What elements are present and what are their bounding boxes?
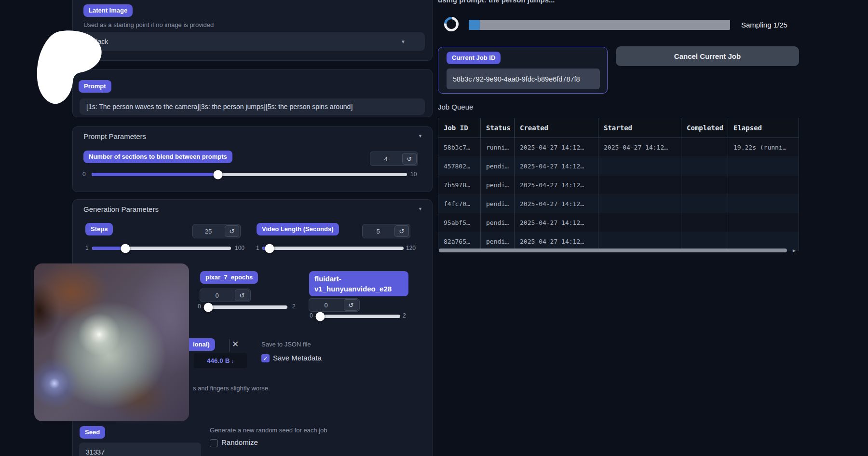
lora-fluidart-slider-min: 0 [310,312,313,319]
seed-input[interactable]: 31337 [79,442,201,456]
lora-pixar-slider-track[interactable] [205,305,287,309]
lora-fluidart-slider-handle[interactable] [315,312,325,321]
table-cell: 2025-04-27 14:12… [598,138,681,157]
seed-input-value: 31337 [86,448,105,456]
seed-label: Seed [80,426,105,439]
clear-file-icon[interactable]: ✕ [232,339,239,349]
progress-label: Sampling 1/25 [741,21,787,29]
cursor-blob-shape [36,30,103,107]
lora-fluidart-slider-max: 2 [403,312,406,319]
table-cell: 82a765… [438,232,481,251]
metadata-file-download[interactable]: 446.0 B ↓ [194,353,247,368]
cancel-current-job-button[interactable]: Cancel Current Job [616,46,799,66]
latent-image-block: Latent Image Used as a starting point if… [72,0,433,61]
table-header-cell[interactable]: Started [598,118,681,138]
video-length-slider-max: 120 [406,245,416,251]
save-metadata-checkbox[interactable]: ✓ [261,354,270,362]
table-cell: 95abf5… [438,213,481,232]
table-cell [681,232,728,251]
scroll-right-icon[interactable]: ▶ [793,249,796,253]
table-row[interactable]: 82a765…pendi… 2025-04-27 14:12… [438,232,799,251]
table-cell: 58b3c7… [438,138,481,157]
current-job-label: Current Job ID [447,52,501,64]
lora-pixar-label: pixar_7_epochs [200,271,258,284]
table-cell [681,157,728,176]
table-cell [728,213,799,232]
randomize-hint: Generate a new random seed for each job [210,427,327,434]
star-speckles [34,263,35,264]
video-length-reset-button[interactable]: ↺ [394,225,409,237]
randomize-label: Randomize [221,438,258,446]
table-cell: 2025-04-27 14:12… [515,176,598,194]
blend-value[interactable]: 4 [370,155,401,163]
blend-slider-fill [92,173,218,176]
table-cell [681,138,728,157]
prompt-block: Prompt [1s: The person waves to the came… [72,69,433,117]
steps-label: Steps [85,223,113,235]
lora-fluidart-slider-track[interactable] [317,315,400,318]
lora-fluidart-stepper: 0 ↺ [309,298,360,312]
latent-image-select[interactable]: Black ▼ [80,32,425,51]
prompt-parameters-block: Prompt Parameters ▼ Number of sections t… [72,126,433,192]
table-cell: 2025-04-27 14:12… [515,194,598,213]
lora-pixar-slider-min: 0 [198,303,201,310]
current-job-id[interactable]: 58b3c792-9e90-4aa0-9fdc-b89e6fd787f8 [447,69,600,89]
video-length-label: Video Length (Seconds) [257,223,339,235]
table-header-cell[interactable]: Completed [681,118,728,138]
table-scrollbar: ▶ [439,249,796,253]
progress-bar [469,20,730,30]
prompt-input[interactable]: [1s: The person waves to the camera][3s:… [80,98,425,115]
job-queue-table: Job IDStatusCreatedStartedCompletedElaps… [438,118,799,251]
lora-fluidart-value[interactable]: 0 [309,302,343,309]
steps-reset-button[interactable]: ↺ [225,225,239,237]
accordion-arrow-icon[interactable]: ▼ [418,134,422,138]
chevron-down-icon[interactable]: ▼ [401,39,406,44]
lora-fluidart-reset-button[interactable]: ↺ [344,299,358,311]
table-row[interactable]: 457802…pendi… 2025-04-27 14:12… [438,157,799,176]
lora-pixar-stepper: 0 ↺ [200,289,251,302]
blend-reset-button[interactable]: ↺ [402,153,417,165]
video-length-value[interactable]: 5 [363,228,393,235]
input-image-preview[interactable] [34,263,189,421]
table-scrollbar-thumb[interactable] [439,249,787,252]
table-cell [728,176,799,194]
table-cell: pendi… [481,232,515,251]
table-cell [681,176,728,194]
blend-slider-track[interactable] [92,173,407,176]
table-cell [681,194,728,213]
generation-parameters-title[interactable]: Generation Parameters [83,205,159,213]
table-cell: 2025-04-27 14:12… [515,157,598,176]
table-row[interactable]: 7b5978…pendi… 2025-04-27 14:12… [438,176,799,194]
table-cell [728,194,799,213]
lora-pixar-slider-handle[interactable] [203,303,213,312]
blend-slider-handle[interactable] [213,170,222,179]
divider [229,339,230,352]
prompt-parameters-title[interactable]: Prompt Parameters [83,132,146,140]
lora-pixar-reset-button[interactable]: ↺ [235,290,249,301]
table-row[interactable]: f4fc70…pendi… 2025-04-27 14:12… [438,194,799,213]
table-cell: pendi… [481,194,515,213]
blend-stepper: 4 ↺ [370,152,418,166]
steps-value[interactable]: 25 [193,228,224,235]
table-header-cell[interactable]: Job ID [438,118,481,138]
steps-slider-handle[interactable] [121,244,130,253]
randomize-checkbox[interactable] [210,439,218,447]
video-length-slider-track[interactable] [262,247,404,250]
table-row[interactable]: 58b3c7…runni… 2025-04-27 14:12…2025-04-2… [438,138,799,157]
table-header-cell[interactable]: Status [481,118,515,138]
lora-pixar-value[interactable]: 0 [200,292,234,299]
steps-slider-track[interactable] [92,247,231,250]
table-header-cell[interactable]: Created [515,118,598,138]
table-cell: 2025-04-27 14:12… [515,232,598,251]
table-cell [598,232,681,251]
table-header-cell[interactable]: Elapsed [728,118,799,138]
download-icon: ↓ [231,358,234,364]
accordion-arrow-icon[interactable]: ▼ [418,207,422,211]
steps-slider-max: 100 [235,245,244,251]
table-cell: 19.22s (runni… [728,138,799,157]
table-cell: 7b5978… [438,176,481,194]
table-row[interactable]: 95abf5…pendi… 2025-04-27 14:12… [438,213,799,232]
latent-image-description: Used as a starting point if no image is … [83,21,214,28]
video-length-slider-handle[interactable] [265,244,274,253]
table-cell [598,194,681,213]
